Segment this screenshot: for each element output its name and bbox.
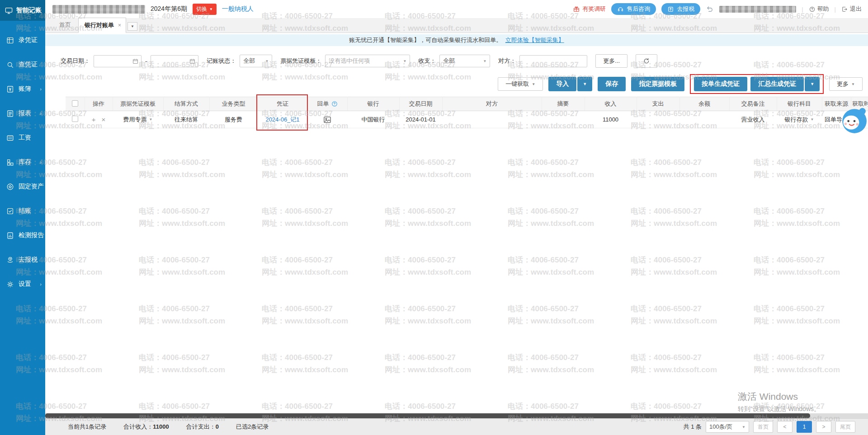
go-tax-button[interactable]: 去报税 [661, 3, 700, 15]
gift-icon [573, 5, 580, 13]
sidebar-item-7[interactable]: 结账 [0, 199, 45, 223]
chevron-down-icon: ▼ [532, 82, 535, 86]
col-header-bank_account: 银行科目 [777, 97, 822, 111]
help-link[interactable]: 帮助 [809, 5, 829, 13]
fixed-assets-icon [6, 182, 14, 191]
inspection-report-icon [6, 231, 14, 240]
toolbar: 一键获取 ▼ 导入 ▼ 保存 指定票据模板 按单生成凭证 汇总生成凭证 [45, 74, 863, 94]
party-filter-label: 对方： [498, 57, 516, 65]
select-all-checkbox[interactable] [72, 100, 78, 107]
save-button[interactable]: 保存 [598, 77, 626, 91]
annotation-box-generate-buttons: 按单生成凭证 汇总生成凭证 ▼ [690, 74, 824, 94]
cell-select[interactable] [66, 111, 85, 128]
assign-template-label: 指定票据模板 [639, 80, 677, 88]
chevron-down-icon: ▼ [742, 425, 745, 429]
cell-voucher[interactable]: 2024-06_记1 [258, 111, 307, 128]
col-header-receipt: 回单 [307, 97, 347, 111]
cell-settle: 往来结算 [163, 111, 209, 128]
taxpayer-type-link[interactable]: 一般纳税人 [222, 5, 254, 13]
quick-fetch-button[interactable]: 一键获取 ▼ [498, 77, 543, 91]
cell-bank_account[interactable]: 银行存款▼ [777, 111, 822, 128]
generate-summary-button[interactable]: 汇总生成凭证 [750, 77, 804, 91]
sidebar-item-8[interactable]: 检测报告 [0, 223, 45, 248]
help-circle-icon[interactable] [331, 101, 338, 107]
switch-label: 切换 [196, 5, 207, 13]
tab-bank-statement[interactable]: 银行对账单 × [78, 18, 126, 33]
status-filter-label: 记账状态： [207, 57, 236, 65]
more-filters-button[interactable]: 更多... [595, 54, 627, 68]
next-page-button[interactable]: > [816, 421, 831, 433]
counterparty-input[interactable] [519, 55, 587, 67]
close-icon[interactable]: × [118, 22, 121, 28]
col-header-remark: 交易备注 [729, 97, 777, 111]
switch-period-button[interactable]: 切换 ▼ [193, 4, 217, 15]
sidebar-item-2[interactable]: 账簿› [0, 77, 45, 101]
company-name-redacted [52, 5, 145, 14]
col-header-select[interactable] [66, 97, 85, 111]
delete-row-icon[interactable]: × [100, 116, 108, 123]
sidebar-item-9[interactable]: 去报税 [0, 248, 45, 272]
refresh-icon [643, 57, 650, 65]
scrollbar-thumb[interactable] [45, 413, 810, 418]
sidebar-item-label: 结账 [19, 207, 31, 215]
current-page-button[interactable]: 1 [797, 421, 812, 433]
prev-page-button[interactable]: < [777, 421, 793, 433]
import-label: 导入 [556, 80, 569, 88]
date-to-input[interactable] [151, 55, 198, 67]
pagination: 共 1 条 100条/页 ▼ 首页 < 1 > 尾页 [684, 421, 855, 433]
support-button[interactable]: 售后咨询 [611, 3, 656, 15]
sidebar-item-5[interactable]: 库存› [0, 150, 45, 174]
generate-summary-dropdown-button[interactable]: ▼ [805, 77, 820, 91]
sidebar-item-0[interactable]: 录凭证 [0, 28, 45, 52]
horizontal-scrollbar[interactable] [45, 413, 868, 418]
table-header-row: 操作票据凭证模板结算方式业务类型凭证回单银行交易日期对方摘要收入支出余额交易备注… [66, 97, 868, 111]
col-header-date: 交易日期 [399, 97, 442, 111]
assign-template-button[interactable]: 指定票据模板 [631, 77, 684, 91]
undo-icon[interactable] [706, 5, 714, 13]
import-button[interactable]: 导入 [548, 77, 576, 91]
voucher-link[interactable]: 2024-06_记1 [265, 116, 299, 123]
notice-bar: 账无忧已开通【智能采集】，可自动采集银行流水和回单。 立即体验【智能采集】 [45, 34, 868, 46]
tab-home[interactable]: 首页 [52, 17, 78, 33]
col-header-label: 回单 [317, 100, 329, 108]
cell-date: 2024-01-01 [399, 111, 442, 128]
sidebar-item-4[interactable]: 工资 [0, 126, 45, 150]
tab-list-dropdown[interactable]: ▼ [127, 22, 137, 31]
add-row-icon[interactable]: + [90, 116, 98, 123]
receipt-image-icon[interactable] [322, 115, 332, 124]
sidebar-item-3[interactable]: 报表› [0, 101, 45, 126]
sidebar-item-10[interactable]: 设置› [0, 272, 45, 296]
more-actions-button[interactable]: 更多 ▼ [829, 77, 863, 91]
col-header-counterparty: 对方 [442, 97, 542, 111]
row-checkbox[interactable] [72, 116, 78, 122]
status-select[interactable]: 全部 ▼ [240, 55, 272, 67]
logout-icon [841, 6, 848, 13]
inout-select[interactable]: 全部 ▼ [439, 55, 490, 67]
sidebar-item-label: 工资 [19, 134, 31, 142]
sidebar-item-1[interactable]: 查凭证 [0, 52, 45, 77]
sidebar-item-smart-bookkeeping[interactable]: 智能记账 [0, 0, 45, 21]
logout-link[interactable]: 退出 [841, 5, 862, 13]
date-from-input[interactable] [94, 55, 142, 67]
cell-template[interactable]: 费用专票▼ [113, 111, 163, 128]
cell-balance [679, 111, 729, 128]
last-page-button[interactable]: 尾页 [835, 421, 855, 433]
generate-by-item-label: 按单生成凭证 [702, 80, 740, 88]
import-dropdown-button[interactable]: ▼ [577, 77, 592, 91]
notice-link[interactable]: 立即体验【智能采集】 [505, 37, 564, 43]
template-select[interactable]: 没有选中任何项 ▼ [325, 55, 410, 67]
chevron-right-icon: › [40, 159, 42, 165]
cell-receipt[interactable] [307, 111, 347, 128]
sidebar-nav: 录凭证查凭证账簿›报表›工资库存›固定资产结账检测报告去报税设置› [0, 21, 45, 296]
cell-income: 11000 [585, 111, 637, 128]
sidebar-item-6[interactable]: 固定资产 [0, 174, 45, 199]
assistant-mascot-icon[interactable] [840, 107, 868, 135]
refresh-button[interactable] [636, 54, 657, 68]
sidebar-item-label: 固定资产 [19, 182, 44, 191]
col-header-voucher: 凭证 [258, 97, 307, 111]
sidebar-item-label: 账簿 [19, 85, 31, 93]
survey-link[interactable]: 有奖调研 [573, 5, 606, 13]
generate-by-item-button[interactable]: 按单生成凭证 [694, 77, 747, 91]
page-size-select[interactable]: 100条/页 ▼ [706, 421, 749, 433]
first-page-button[interactable]: 首页 [753, 421, 773, 433]
